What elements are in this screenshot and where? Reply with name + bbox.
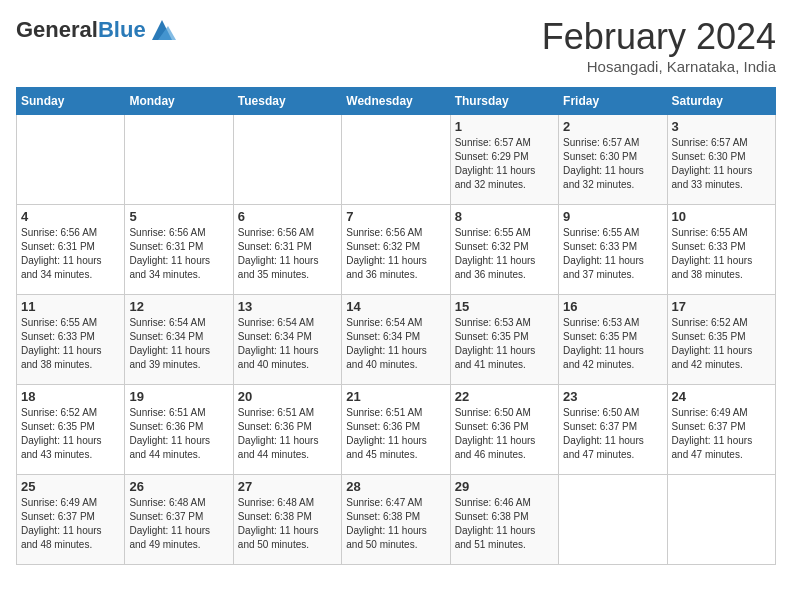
day-number: 17 [672, 299, 771, 314]
day-info: Sunrise: 6:49 AM Sunset: 6:37 PM Dayligh… [21, 496, 120, 552]
calendar-day-cell: 26Sunrise: 6:48 AM Sunset: 6:37 PM Dayli… [125, 475, 233, 565]
weekday-header: Sunday [17, 88, 125, 115]
day-info: Sunrise: 6:53 AM Sunset: 6:35 PM Dayligh… [563, 316, 662, 372]
day-number: 15 [455, 299, 554, 314]
day-number: 12 [129, 299, 228, 314]
weekday-header: Tuesday [233, 88, 341, 115]
day-info: Sunrise: 6:56 AM Sunset: 6:31 PM Dayligh… [238, 226, 337, 282]
day-number: 16 [563, 299, 662, 314]
weekday-header: Monday [125, 88, 233, 115]
calendar-day-cell: 15Sunrise: 6:53 AM Sunset: 6:35 PM Dayli… [450, 295, 558, 385]
day-info: Sunrise: 6:52 AM Sunset: 6:35 PM Dayligh… [672, 316, 771, 372]
calendar-day-cell: 5Sunrise: 6:56 AM Sunset: 6:31 PM Daylig… [125, 205, 233, 295]
day-number: 24 [672, 389, 771, 404]
weekday-header: Thursday [450, 88, 558, 115]
calendar-week-row: 4Sunrise: 6:56 AM Sunset: 6:31 PM Daylig… [17, 205, 776, 295]
calendar-day-cell: 17Sunrise: 6:52 AM Sunset: 6:35 PM Dayli… [667, 295, 775, 385]
calendar-day-cell: 16Sunrise: 6:53 AM Sunset: 6:35 PM Dayli… [559, 295, 667, 385]
calendar-day-cell [233, 115, 341, 205]
day-number: 23 [563, 389, 662, 404]
day-number: 4 [21, 209, 120, 224]
calendar-day-cell: 14Sunrise: 6:54 AM Sunset: 6:34 PM Dayli… [342, 295, 450, 385]
day-number: 13 [238, 299, 337, 314]
day-number: 26 [129, 479, 228, 494]
page-header: GeneralBlue February 2024 Hosangadi, Kar… [16, 16, 776, 75]
day-info: Sunrise: 6:55 AM Sunset: 6:33 PM Dayligh… [672, 226, 771, 282]
calendar-day-cell: 2Sunrise: 6:57 AM Sunset: 6:30 PM Daylig… [559, 115, 667, 205]
logo-blue-text: Blue [98, 17, 146, 42]
day-number: 20 [238, 389, 337, 404]
calendar-day-cell: 20Sunrise: 6:51 AM Sunset: 6:36 PM Dayli… [233, 385, 341, 475]
day-info: Sunrise: 6:56 AM Sunset: 6:32 PM Dayligh… [346, 226, 445, 282]
calendar-day-cell: 13Sunrise: 6:54 AM Sunset: 6:34 PM Dayli… [233, 295, 341, 385]
calendar-day-cell [125, 115, 233, 205]
day-info: Sunrise: 6:48 AM Sunset: 6:37 PM Dayligh… [129, 496, 228, 552]
calendar-day-cell [559, 475, 667, 565]
day-info: Sunrise: 6:50 AM Sunset: 6:37 PM Dayligh… [563, 406, 662, 462]
day-number: 28 [346, 479, 445, 494]
calendar-day-cell: 8Sunrise: 6:55 AM Sunset: 6:32 PM Daylig… [450, 205, 558, 295]
day-info: Sunrise: 6:47 AM Sunset: 6:38 PM Dayligh… [346, 496, 445, 552]
calendar-day-cell: 19Sunrise: 6:51 AM Sunset: 6:36 PM Dayli… [125, 385, 233, 475]
day-info: Sunrise: 6:56 AM Sunset: 6:31 PM Dayligh… [129, 226, 228, 282]
calendar-day-cell: 7Sunrise: 6:56 AM Sunset: 6:32 PM Daylig… [342, 205, 450, 295]
calendar-day-cell: 28Sunrise: 6:47 AM Sunset: 6:38 PM Dayli… [342, 475, 450, 565]
day-number: 29 [455, 479, 554, 494]
day-info: Sunrise: 6:54 AM Sunset: 6:34 PM Dayligh… [346, 316, 445, 372]
calendar-day-cell: 10Sunrise: 6:55 AM Sunset: 6:33 PM Dayli… [667, 205, 775, 295]
calendar-day-cell: 29Sunrise: 6:46 AM Sunset: 6:38 PM Dayli… [450, 475, 558, 565]
calendar-day-cell: 27Sunrise: 6:48 AM Sunset: 6:38 PM Dayli… [233, 475, 341, 565]
day-number: 22 [455, 389, 554, 404]
calendar-day-cell: 18Sunrise: 6:52 AM Sunset: 6:35 PM Dayli… [17, 385, 125, 475]
weekday-header: Friday [559, 88, 667, 115]
day-info: Sunrise: 6:50 AM Sunset: 6:36 PM Dayligh… [455, 406, 554, 462]
day-number: 11 [21, 299, 120, 314]
day-number: 19 [129, 389, 228, 404]
calendar-day-cell: 9Sunrise: 6:55 AM Sunset: 6:33 PM Daylig… [559, 205, 667, 295]
calendar-day-cell: 24Sunrise: 6:49 AM Sunset: 6:37 PM Dayli… [667, 385, 775, 475]
location-subtitle: Hosangadi, Karnataka, India [542, 58, 776, 75]
day-info: Sunrise: 6:49 AM Sunset: 6:37 PM Dayligh… [672, 406, 771, 462]
day-number: 7 [346, 209, 445, 224]
calendar-week-row: 1Sunrise: 6:57 AM Sunset: 6:29 PM Daylig… [17, 115, 776, 205]
title-block: February 2024 Hosangadi, Karnataka, Indi… [542, 16, 776, 75]
calendar-day-cell: 25Sunrise: 6:49 AM Sunset: 6:37 PM Dayli… [17, 475, 125, 565]
day-number: 8 [455, 209, 554, 224]
logo-general-text: General [16, 17, 98, 42]
calendar-day-cell: 23Sunrise: 6:50 AM Sunset: 6:37 PM Dayli… [559, 385, 667, 475]
calendar-day-cell: 21Sunrise: 6:51 AM Sunset: 6:36 PM Dayli… [342, 385, 450, 475]
day-number: 25 [21, 479, 120, 494]
calendar-week-row: 25Sunrise: 6:49 AM Sunset: 6:37 PM Dayli… [17, 475, 776, 565]
day-info: Sunrise: 6:57 AM Sunset: 6:30 PM Dayligh… [672, 136, 771, 192]
day-info: Sunrise: 6:54 AM Sunset: 6:34 PM Dayligh… [238, 316, 337, 372]
day-info: Sunrise: 6:57 AM Sunset: 6:29 PM Dayligh… [455, 136, 554, 192]
logo: GeneralBlue [16, 16, 176, 44]
calendar-day-cell: 22Sunrise: 6:50 AM Sunset: 6:36 PM Dayli… [450, 385, 558, 475]
day-info: Sunrise: 6:46 AM Sunset: 6:38 PM Dayligh… [455, 496, 554, 552]
weekday-header: Wednesday [342, 88, 450, 115]
day-info: Sunrise: 6:55 AM Sunset: 6:32 PM Dayligh… [455, 226, 554, 282]
day-info: Sunrise: 6:54 AM Sunset: 6:34 PM Dayligh… [129, 316, 228, 372]
calendar-day-cell: 12Sunrise: 6:54 AM Sunset: 6:34 PM Dayli… [125, 295, 233, 385]
calendar-week-row: 18Sunrise: 6:52 AM Sunset: 6:35 PM Dayli… [17, 385, 776, 475]
day-number: 18 [21, 389, 120, 404]
day-number: 6 [238, 209, 337, 224]
day-info: Sunrise: 6:48 AM Sunset: 6:38 PM Dayligh… [238, 496, 337, 552]
day-info: Sunrise: 6:55 AM Sunset: 6:33 PM Dayligh… [563, 226, 662, 282]
calendar-header: SundayMondayTuesdayWednesdayThursdayFrid… [17, 88, 776, 115]
day-number: 3 [672, 119, 771, 134]
weekday-header: Saturday [667, 88, 775, 115]
calendar-week-row: 11Sunrise: 6:55 AM Sunset: 6:33 PM Dayli… [17, 295, 776, 385]
calendar-day-cell: 3Sunrise: 6:57 AM Sunset: 6:30 PM Daylig… [667, 115, 775, 205]
day-number: 10 [672, 209, 771, 224]
day-number: 5 [129, 209, 228, 224]
day-number: 2 [563, 119, 662, 134]
day-info: Sunrise: 6:51 AM Sunset: 6:36 PM Dayligh… [238, 406, 337, 462]
day-info: Sunrise: 6:55 AM Sunset: 6:33 PM Dayligh… [21, 316, 120, 372]
calendar-day-cell [667, 475, 775, 565]
day-number: 14 [346, 299, 445, 314]
day-info: Sunrise: 6:53 AM Sunset: 6:35 PM Dayligh… [455, 316, 554, 372]
day-info: Sunrise: 6:56 AM Sunset: 6:31 PM Dayligh… [21, 226, 120, 282]
day-info: Sunrise: 6:57 AM Sunset: 6:30 PM Dayligh… [563, 136, 662, 192]
day-info: Sunrise: 6:52 AM Sunset: 6:35 PM Dayligh… [21, 406, 120, 462]
